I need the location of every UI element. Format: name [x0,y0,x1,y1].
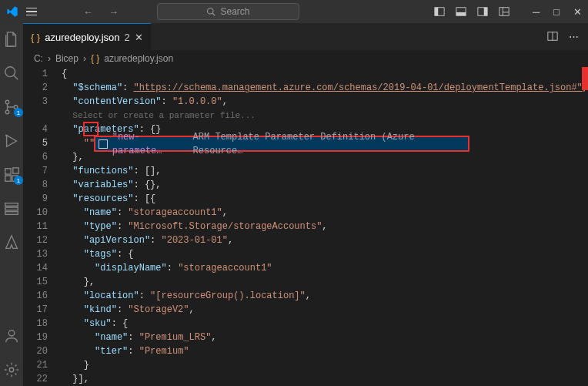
chevron-icon: › [83,53,86,64]
search-icon [206,7,215,16]
layout-sidebar-left-icon[interactable] [434,6,445,17]
intellisense-popup[interactable]: "new-paramete… ARM Template Parameter De… [94,136,469,152]
ext-badge: 1 [14,176,23,185]
title-bar: ← → Search ─ □ ✕ [0,0,588,23]
close-icon[interactable]: ✕ [573,6,582,18]
svg-rect-5 [456,12,466,15]
code-content[interactable]: { "$schema": "https://schema.management.… [62,67,588,386]
svg-rect-20 [13,168,18,173]
scm-badge: 1 [14,108,23,117]
cursor-highlight [83,122,99,136]
command-center-search[interactable]: Search [157,3,299,20]
layout-customize-icon[interactable] [499,6,509,17]
layout-panel-icon[interactable] [456,6,466,17]
svg-point-24 [8,331,14,336]
breadcrumb-root: C: [34,53,43,64]
svg-rect-8 [499,8,509,16]
suggest-label: "new-paramete… [112,130,189,158]
tab-filename: azuredeploy.json [45,32,119,43]
azure-icon[interactable] [3,234,20,251]
split-editor-icon[interactable] [547,31,558,42]
breadcrumb-file: azuredeploy.json [104,53,173,64]
svg-line-12 [14,76,18,80]
svg-rect-17 [5,169,11,174]
run-debug-icon[interactable] [3,133,20,149]
svg-rect-18 [5,176,11,181]
svg-line-1 [213,13,215,15]
nav-forward-icon[interactable]: → [109,6,119,18]
line-gutter: 123456789101112131415161718192021222324 [23,67,62,386]
parameter-file-hint: Select or create a parameter file... [72,111,256,120]
maximize-icon[interactable]: □ [553,6,560,18]
svg-point-0 [208,8,214,15]
snippet-icon [99,139,108,149]
menu-button[interactable] [26,8,37,16]
explorer-icon[interactable] [3,31,20,48]
svg-rect-3 [435,8,438,16]
source-control-icon[interactable]: 1 [3,99,20,116]
vscode-logo-icon [6,5,18,18]
remote-icon[interactable] [3,200,20,217]
svg-point-14 [5,110,9,114]
tab-azuredeploy[interactable]: { } azuredeploy.json 2 ✕ [23,23,151,50]
tab-bar: { } azuredeploy.json 2 ✕ ⋯ [23,23,588,50]
breadcrumb[interactable]: C: › Bicep › { } azuredeploy.json [23,50,588,67]
svg-rect-7 [484,8,487,16]
svg-rect-21 [5,203,18,206]
minimize-icon[interactable]: ─ [533,6,540,18]
svg-point-25 [9,368,14,372]
activity-bar: 1 1 [0,23,23,386]
svg-point-16 [5,135,7,136]
svg-rect-22 [5,207,18,210]
svg-point-13 [5,100,9,104]
suggest-description: ARM Template Parameter Definition (Azure… [193,130,465,158]
editor-group: { } azuredeploy.json 2 ✕ ⋯ C: › Bicep › … [23,23,588,386]
chevron-icon: › [48,53,51,64]
overview-ruler-error [582,67,588,90]
search-placeholder: Search [220,6,249,17]
nav-back-icon[interactable]: ← [83,6,93,18]
layout-sidebar-right-icon[interactable] [477,6,488,17]
breadcrumb-folder: Bicep [55,53,79,64]
svg-rect-23 [5,212,18,215]
tab-modified-count: 2 [125,32,130,43]
accounts-icon[interactable] [3,327,20,344]
svg-point-11 [5,67,15,77]
extensions-icon[interactable]: 1 [3,166,20,183]
settings-gear-icon[interactable] [3,361,20,378]
tab-close-icon[interactable]: ✕ [135,32,143,43]
code-editor[interactable]: 123456789101112131415161718192021222324 … [23,67,588,386]
more-actions-icon[interactable]: ⋯ [569,31,579,42]
search-icon[interactable] [3,65,20,82]
